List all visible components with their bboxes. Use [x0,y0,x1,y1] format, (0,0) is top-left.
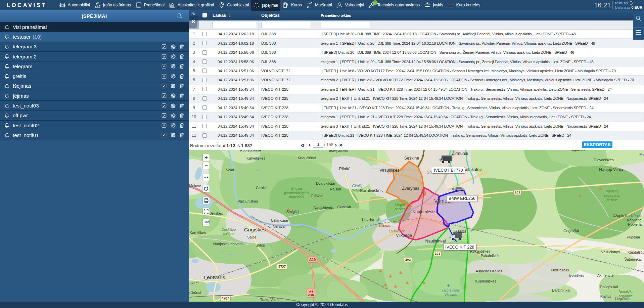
svg-text:A4: A4 [309,290,313,293]
svg-text:seniūnija: seniūnija [618,294,633,298]
svg-text:Giruliai: Giruliai [256,186,267,190]
svg-text:parkas: parkas [606,198,618,202]
svg-text:Daržininkai: Daržininkai [552,288,570,292]
svg-text:Viršuliškės: Viršuliškės [379,168,400,173]
svg-text:Pupeliai: Pupeliai [627,235,640,239]
svg-text:A19: A19 [309,258,316,262]
svg-text:Pavilnių: Pavilnių [606,189,619,193]
svg-text:Naujininkai: Naujininkai [425,239,446,244]
svg-text:Paliepiukai: Paliepiukai [600,285,618,289]
svg-text:Vėliučionys: Vėliučionys [601,250,620,254]
svg-text:Raišiai: Raišiai [330,187,341,191]
svg-text:Tarptautinis: Tarptautinis [442,288,460,292]
svg-text:Trakų Vokė: Trakų Vokė [260,298,278,302]
svg-text:Žirmūnai: Žirmūnai [452,151,468,156]
svg-text:Kriaučiūnai: Kriaučiūnai [298,156,316,160]
svg-text:miškas: miškas [352,188,363,192]
svg-text:Katiliai: Katiliai [600,295,611,299]
svg-text:Vilkpėdė: Vilkpėdė [396,233,412,238]
svg-text:Vaičiūniškės: Vaičiūniškės [238,199,258,203]
svg-text:Koplyčninkai: Koplyčninkai [240,150,261,152]
svg-text:Vingio: Vingio [395,203,405,207]
svg-text:Užupio Karklėnai: Užupio Karklėnai [612,214,640,218]
svg-text:Kuprioniškės: Kuprioniškės [475,279,497,283]
svg-text:miškas: miškas [223,232,234,236]
svg-text:edeliškės: edeliškės [208,211,223,215]
svg-text:Egliškės: Egliškės [572,150,586,151]
svg-text:Lentvaris: Lentvaris [204,274,225,280]
svg-text:Salos: Salos [256,243,265,247]
svg-text:Žvėrynas: Žvėrynas [402,186,419,191]
svg-text:Nemėžio: Nemėžio [618,290,633,294]
svg-text:Didžiasalis: Didžiasalis [551,268,569,272]
svg-text:Karpiškės: Karpiškės [190,231,206,235]
svg-text:Naujamiestis: Naujamiestis [412,210,436,214]
svg-text:103: 103 [515,190,520,194]
svg-text:Bulvydiškės: Bulvydiškės [329,150,349,152]
svg-text:202: 202 [405,258,411,261]
svg-text:Kapitulščiz: Kapitulščiz [628,250,644,254]
svg-text:Dievoniškės: Dievoniškės [594,158,614,162]
svg-text:Užlandžiai: Užlandžiai [271,218,288,222]
svg-text:Naujakiemis: Naujakiemis [314,206,334,210]
svg-text:✈: ✈ [447,283,451,288]
svg-text:Karklėnai: Karklėnai [627,218,642,222]
svg-text:Ivoniškės: Ivoniškės [569,273,584,277]
svg-text:Valai: Valai [226,168,234,172]
svg-text:Vilniaus: Vilniaus [445,293,457,297]
svg-text:Pilaitė: Pilaitė [339,167,351,171]
svg-text:Neravai: Neravai [273,224,285,228]
svg-text:Laisvės pr.: Laisvės pr. [389,229,406,233]
svg-text:Gudeliai: Gudeliai [337,205,351,209]
svg-text:Naujasis Lentvaris: Naujasis Lentvaris [213,242,243,246]
svg-text:Pakalniškės: Pakalniškės [481,254,501,258]
svg-text:Naujoji Vilnia: Naujoji Vilnia [599,167,623,172]
svg-text:parkas: parkas [394,207,405,211]
svg-text:4707: 4707 [222,297,229,300]
svg-text:Grigaičiai: Grigaičiai [563,229,579,233]
svg-text:Lazdynai: Lazdynai [362,218,379,222]
svg-text:101: 101 [435,252,441,255]
svg-text:Litexpo: Litexpo [379,223,390,227]
svg-text:Ašmenos Kelias: Ašmenos Kelias [476,269,502,273]
svg-text:geomorfologinis: geomorfologinis [284,191,309,195]
svg-text:Dvarykščiai: Dvarykščiai [316,181,335,185]
svg-text:draustinis: draustinis [289,195,305,199]
svg-text:Moluvė: Moluvė [189,184,201,188]
svg-text:ačkūnai: ačkūnai [189,291,201,295]
svg-text:4727: 4727 [278,265,286,269]
svg-text:Grigiškės: Grigiškės [244,227,266,232]
svg-text:Šatrininkai: Šatrininkai [624,257,641,261]
svg-text:Popieriai: Popieriai [628,222,643,226]
svg-text:Girulių: Girulių [352,184,363,188]
svg-text:Rasos: Rasos [454,229,466,234]
svg-text:Šeškinė: Šeškinė [404,156,419,161]
svg-text:Dirkliškių: Dirkliškių [222,227,236,231]
svg-text:regioninis: regioninis [604,193,620,197]
svg-text:Griovių: Griovių [291,186,302,190]
svg-text:Akmenytė: Akmenytė [597,273,614,277]
svg-text:Grioviai: Grioviai [311,194,323,198]
svg-text:A16: A16 [308,293,314,297]
svg-text:Smigliai: Smigliai [286,210,300,214]
svg-text:Antakalnis: Antakalnis [463,167,482,172]
svg-text:Ma: Ma [639,152,644,157]
svg-text:Karveliškės: Karveliškės [246,156,266,160]
svg-text:Karoliniškės: Karoliniškės [360,188,382,193]
svg-text:Juoda: Juoda [637,270,644,274]
svg-text:Salos: Salos [247,235,257,239]
